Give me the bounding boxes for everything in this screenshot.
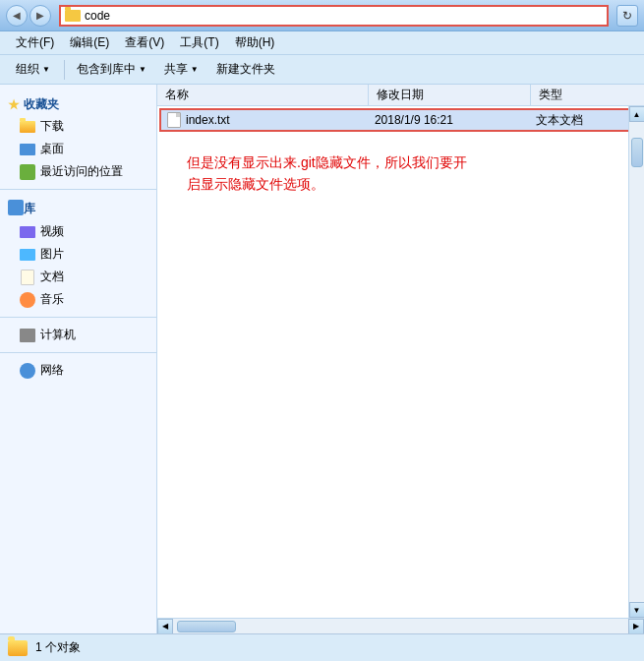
col-type-label: 类型 xyxy=(539,87,562,103)
sidebar-computer-label: 计算机 xyxy=(40,327,76,343)
main-area: ★ 收藏夹 下载 桌面 最近访问的位置 库 视频 图片 xyxy=(0,85,644,633)
file-list-area: 名称 修改日期 类型 index.txt 2018/1/9 16:21 文本文档 xyxy=(157,85,644,633)
address-bar[interactable]: code xyxy=(59,5,609,27)
share-arrow: ▼ xyxy=(191,65,199,74)
share-label: 共享 xyxy=(164,61,188,78)
music-icon xyxy=(20,292,35,308)
sidebar-item-network[interactable]: 网络 xyxy=(0,359,156,382)
status-folder-icon xyxy=(8,640,28,656)
sidebar-music-label: 音乐 xyxy=(40,291,64,308)
file-cell-date: 2018/1/9 16:21 xyxy=(367,113,528,127)
col-header-date[interactable]: 修改日期 xyxy=(369,85,531,105)
favorites-section: ★ 收藏夹 xyxy=(0,92,156,115)
txt-file-icon xyxy=(167,112,181,128)
scrollbar-down-arrow[interactable]: ▼ xyxy=(629,602,645,618)
sidebar-item-recent[interactable]: 最近访问的位置 xyxy=(0,160,156,183)
share-button[interactable]: 共享 ▼ xyxy=(156,58,206,81)
organize-label: 组织 xyxy=(16,61,39,78)
sidebar-item-pic[interactable]: 图片 xyxy=(0,243,156,266)
col-header-type[interactable]: 类型 xyxy=(531,85,644,105)
sidebar-item-doc[interactable]: 文档 xyxy=(0,266,156,288)
col-name-label: 名称 xyxy=(165,87,189,103)
favorites-label: 收藏夹 xyxy=(24,96,59,113)
menu-tools[interactable]: 工具(T) xyxy=(172,32,226,53)
organize-arrow: ▼ xyxy=(42,65,50,74)
sidebar-divider-2 xyxy=(0,317,156,318)
new-folder-label: 新建文件夹 xyxy=(216,61,275,78)
back-button[interactable]: ◀ xyxy=(6,5,28,27)
sidebar-desktop-label: 桌面 xyxy=(40,141,64,157)
scrollbar-thumb[interactable] xyxy=(631,138,643,167)
refresh-button[interactable]: ↻ xyxy=(616,5,638,27)
sidebar-recent-label: 最近访问的位置 xyxy=(40,163,123,180)
sidebar-video-label: 视频 xyxy=(40,223,64,240)
sidebar-item-computer[interactable]: 计算机 xyxy=(0,324,156,346)
menu-bar: 文件(F) 编辑(E) 查看(V) 工具(T) 帮助(H) xyxy=(0,31,644,55)
sidebar-network-label: 网络 xyxy=(40,362,64,379)
sidebar: ★ 收藏夹 下载 桌面 最近访问的位置 库 视频 图片 xyxy=(0,85,157,633)
file-date: 2018/1/9 16:21 xyxy=(375,113,453,127)
sidebar-item-music[interactable]: 音乐 xyxy=(0,288,156,311)
table-row[interactable]: index.txt 2018/1/9 16:21 文本文档 xyxy=(159,108,642,132)
scrollbar-left-arrow[interactable]: ◀ xyxy=(157,619,173,634)
scrollbar-bottom[interactable]: ◀ ▶ xyxy=(157,618,644,633)
star-icon: ★ xyxy=(8,97,20,112)
annotation-text: 但是没有显示出来.git隐藏文件，所以我们要开启显示隐藏文件选项。 xyxy=(157,132,644,215)
menu-file[interactable]: 文件(F) xyxy=(8,32,62,53)
include-library-label: 包含到库中 xyxy=(77,61,136,78)
toolbar-separator-1 xyxy=(64,60,65,80)
status-count: 1 个对象 xyxy=(35,639,81,656)
folder-icon xyxy=(65,10,81,22)
doc-icon xyxy=(20,270,35,285)
scrollbar-right-arrow[interactable]: ▶ xyxy=(628,619,644,634)
status-bar: 1 个对象 xyxy=(0,633,644,661)
scrollbar-up-arrow[interactable]: ▲ xyxy=(629,106,645,122)
sidebar-divider-3 xyxy=(0,352,156,353)
annotation-content: 但是没有显示出来.git隐藏文件，所以我们要开启显示隐藏文件选项。 xyxy=(187,154,467,192)
file-name: index.txt xyxy=(186,113,230,127)
new-folder-button[interactable]: 新建文件夹 xyxy=(208,58,283,81)
file-cell-type: 文本文档 xyxy=(528,112,640,129)
library-section: 库 xyxy=(0,196,156,220)
pic-icon xyxy=(20,247,35,263)
toolbar: 组织 ▼ 包含到库中 ▼ 共享 ▼ 新建文件夹 xyxy=(0,55,644,85)
sidebar-item-video[interactable]: 视频 xyxy=(0,220,156,243)
library-icon xyxy=(8,200,24,218)
network-icon xyxy=(20,363,35,379)
sidebar-item-desktop[interactable]: 桌面 xyxy=(0,138,156,160)
sidebar-pic-label: 图片 xyxy=(40,246,64,263)
col-date-label: 修改日期 xyxy=(377,87,424,103)
address-text: code xyxy=(85,9,110,23)
recent-icon xyxy=(20,164,35,180)
file-cell-name: index.txt xyxy=(161,112,367,128)
include-library-button[interactable]: 包含到库中 ▼ xyxy=(69,58,154,81)
desktop-icon xyxy=(20,142,35,157)
library-label: 库 xyxy=(24,201,35,217)
download-icon xyxy=(20,119,35,135)
sidebar-doc-label: 文档 xyxy=(40,269,64,285)
scrollbar-h-track[interactable] xyxy=(173,619,628,634)
sidebar-download-label: 下载 xyxy=(40,118,64,135)
file-list-body: index.txt 2018/1/9 16:21 文本文档 但是没有显示出来.g… xyxy=(157,106,644,618)
organize-button[interactable]: 组织 ▼ xyxy=(8,58,58,81)
menu-view[interactable]: 查看(V) xyxy=(117,32,172,53)
scrollbar-right[interactable]: ▲ ▼ xyxy=(628,106,644,618)
include-library-arrow: ▼ xyxy=(139,65,146,74)
computer-icon xyxy=(20,328,35,343)
forward-button[interactable]: ▶ xyxy=(29,5,51,27)
file-type: 文本文档 xyxy=(536,113,583,127)
menu-edit[interactable]: 编辑(E) xyxy=(62,32,117,53)
title-bar: ◀ ▶ code ↻ xyxy=(0,0,644,31)
file-list-header: 名称 修改日期 类型 xyxy=(157,85,644,106)
sidebar-item-download[interactable]: 下载 xyxy=(0,115,156,138)
video-icon xyxy=(20,224,35,240)
sidebar-divider-1 xyxy=(0,189,156,190)
col-header-name[interactable]: 名称 xyxy=(157,85,369,105)
scrollbar-h-thumb[interactable] xyxy=(177,621,236,632)
menu-help[interactable]: 帮助(H) xyxy=(227,32,283,53)
